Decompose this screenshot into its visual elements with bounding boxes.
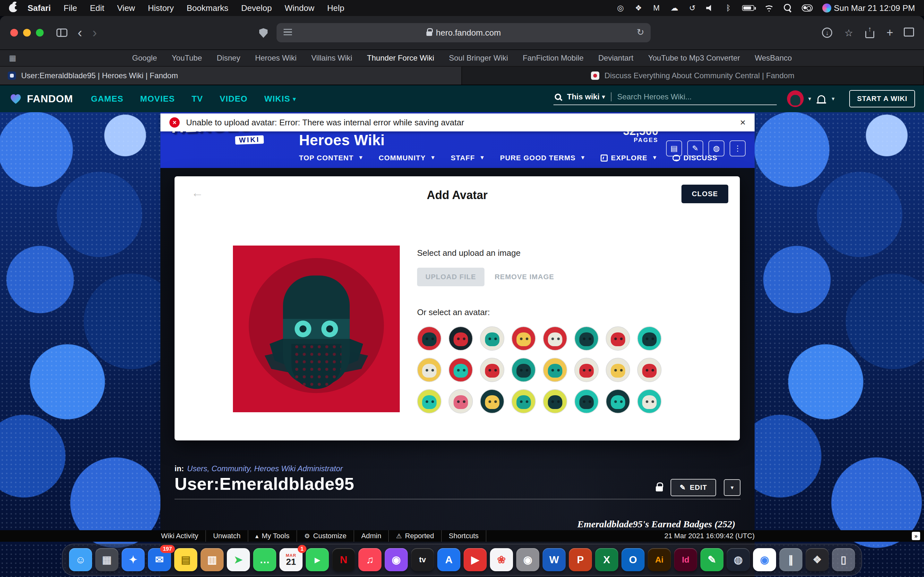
avatar-option[interactable] xyxy=(543,389,567,414)
avatar-caret-icon[interactable] xyxy=(808,95,811,102)
steam-dock-icon[interactable]: ◍ xyxy=(727,548,750,571)
media-app-dock-icon[interactable]: ▶ xyxy=(464,548,487,571)
menu-clock[interactable]: Sun Mar 21 12:09 PM xyxy=(834,3,915,13)
trash-dock-icon[interactable]: ▯ xyxy=(832,548,855,571)
avatar-option[interactable] xyxy=(449,358,473,382)
utility-dock-icon[interactable]: ∥ xyxy=(779,548,803,571)
bookmarks-star-icon[interactable] xyxy=(845,27,853,39)
toolbar-expand-button[interactable]: » xyxy=(912,532,920,540)
bell-caret-icon[interactable] xyxy=(832,95,835,102)
toolbar-item[interactable]: Wiki Activity xyxy=(154,530,206,542)
menu-item[interactable]: Help xyxy=(321,3,351,13)
browser-tab[interactable]: Discuss Everything About Community Centr… xyxy=(462,67,924,85)
menu-item[interactable]: Edit xyxy=(83,3,111,13)
favorite-item[interactable]: Thunder Force Wiki xyxy=(367,53,434,63)
favorite-item[interactable]: Heroes Wiki xyxy=(255,53,296,63)
avatar-option[interactable] xyxy=(511,389,536,414)
avatar-option[interactable] xyxy=(606,389,630,414)
sidebar-toggle-button[interactable] xyxy=(57,29,67,37)
apple-tv-dock-icon[interactable]: tv xyxy=(411,548,434,571)
pen-app-dock-icon[interactable]: ✎ xyxy=(700,548,724,571)
photo-booth-dock-icon[interactable]: ◉ xyxy=(516,548,540,571)
battery-icon[interactable] xyxy=(742,5,754,11)
back-button[interactable]: ‹ xyxy=(78,26,82,39)
menu-item[interactable]: File xyxy=(57,3,83,13)
remove-image-button[interactable]: REMOVE IMAGE xyxy=(491,268,558,286)
avatar-option[interactable] xyxy=(606,326,630,351)
messages-dock-icon[interactable]: … xyxy=(253,548,276,571)
reader-icon[interactable] xyxy=(284,29,292,37)
favorite-item[interactable]: Deviantart xyxy=(598,53,633,63)
edit-dropdown-button[interactable] xyxy=(724,479,740,496)
wiki-nav-discuss[interactable]: DISCUSS xyxy=(672,154,717,162)
m-app-icon[interactable]: M xyxy=(652,3,661,13)
favorite-item[interactable]: YouTube to Mp3 Converter xyxy=(648,53,740,63)
menu-item[interactable]: Bookmarks xyxy=(180,3,235,13)
close-window-button[interactable] xyxy=(10,29,18,37)
wiki-nav-community[interactable]: COMMUNITY xyxy=(379,154,435,162)
avatar-option[interactable] xyxy=(574,326,599,351)
toolbar-item[interactable]: Admin xyxy=(354,530,389,542)
game-dock-icon[interactable]: ❖ xyxy=(806,548,829,571)
outlook-dock-icon[interactable]: O xyxy=(622,548,645,571)
browser-tab[interactable]: User:Emeraldblade95 | Heroes Wiki | Fand… xyxy=(0,67,462,85)
favorites-grid-icon[interactable] xyxy=(9,53,16,63)
toolbar-item[interactable]: ▴ My Tools xyxy=(248,530,297,542)
avatar-option[interactable] xyxy=(543,358,567,382)
forward-button[interactable]: › xyxy=(92,26,97,39)
wiki-title[interactable]: Heroes Wiki xyxy=(299,131,384,149)
user-avatar[interactable] xyxy=(787,90,804,107)
avatar-option[interactable] xyxy=(511,326,536,351)
menu-item[interactable]: History xyxy=(142,3,180,13)
avatar-option[interactable] xyxy=(637,326,662,351)
chrome-dock-icon[interactable]: ◉ xyxy=(753,548,776,571)
apple-menu-icon[interactable] xyxy=(9,4,17,12)
avatar-option[interactable] xyxy=(606,358,630,382)
modal-close-button[interactable]: CLOSE xyxy=(682,185,728,203)
menu-item[interactable]: View xyxy=(111,3,142,13)
favorite-item[interactable]: Villains Wiki xyxy=(311,53,352,63)
powerpoint-dock-icon[interactable]: P xyxy=(569,548,592,571)
illustrator-dock-icon[interactable]: Ai xyxy=(648,548,671,571)
word-dock-icon[interactable]: W xyxy=(543,548,565,571)
privacy-shield-icon[interactable] xyxy=(259,28,268,38)
calendar-dock-icon[interactable]: MAR 21 1 xyxy=(279,548,302,571)
bluetooth-icon[interactable]: ᛒ xyxy=(724,3,732,13)
app-store-dock-icon[interactable]: A xyxy=(437,548,460,571)
indesign-dock-icon[interactable]: Id xyxy=(674,548,697,571)
finder-dock-icon[interactable]: ☺ xyxy=(69,548,92,571)
favorite-item[interactable]: Google xyxy=(132,53,157,63)
photos-dock-icon[interactable]: ❀ xyxy=(490,548,513,571)
search-input[interactable] xyxy=(617,92,776,101)
fandom-nav-item[interactable]: VIDEO xyxy=(220,94,248,104)
new-tab-icon[interactable] xyxy=(887,26,893,39)
siri-icon[interactable] xyxy=(822,3,831,13)
excel-dock-icon[interactable]: X xyxy=(595,548,618,571)
toolbar-item[interactable]: Shortcuts xyxy=(442,530,486,542)
avatar-option[interactable] xyxy=(480,389,504,414)
share-icon[interactable] xyxy=(865,31,874,38)
avatar-option[interactable] xyxy=(417,389,441,414)
cloud-icon[interactable]: ☁ xyxy=(670,3,678,13)
minimize-window-button[interactable] xyxy=(23,29,31,37)
toolbar-item[interactable]: Unwatch xyxy=(206,530,248,542)
control-center-icon[interactable] xyxy=(802,5,813,11)
search-scope-dropdown[interactable]: This wiki xyxy=(567,92,605,101)
toolbar-item[interactable]: ⚠ Reported xyxy=(389,530,441,542)
avatar-option[interactable] xyxy=(574,358,599,382)
favorite-item[interactable]: FanFiction Mobile xyxy=(523,53,583,63)
downloads-icon[interactable] xyxy=(822,27,832,38)
spotlight-icon[interactable] xyxy=(784,4,792,12)
mail-dock-icon[interactable]: ✉ 197 xyxy=(148,548,171,571)
favorite-item[interactable]: WesBanco xyxy=(755,53,792,63)
page-lock-icon[interactable] xyxy=(656,486,663,492)
podcasts-dock-icon[interactable]: ◉ xyxy=(384,548,408,571)
fandom-logo[interactable]: FANDOM xyxy=(9,92,73,105)
avatar-option[interactable] xyxy=(637,389,662,414)
volume-icon[interactable] xyxy=(706,5,714,11)
avatar-option[interactable] xyxy=(637,358,662,382)
contacts-dock-icon[interactable]: ▥ xyxy=(200,548,224,571)
fandom-nav-wikis[interactable]: WIKIS xyxy=(264,94,296,104)
wiki-nav-staff[interactable]: STAFF xyxy=(451,154,484,162)
avatar-option[interactable] xyxy=(417,326,441,351)
